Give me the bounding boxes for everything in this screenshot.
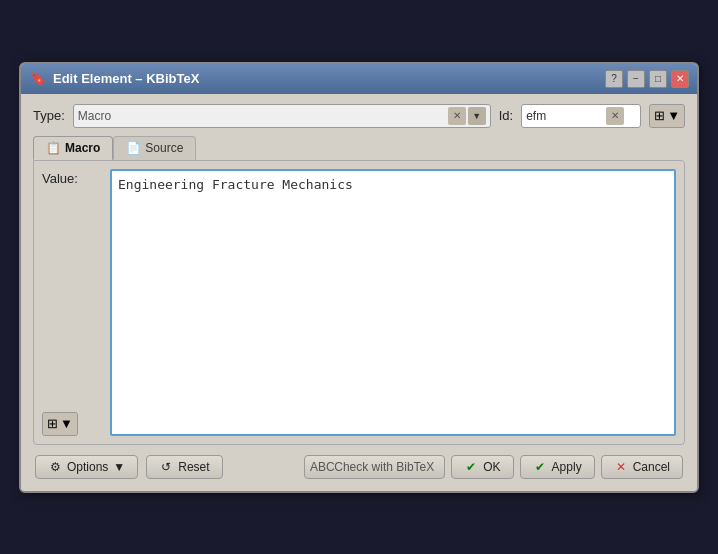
field-type-button[interactable]: ⊞ ▼	[42, 412, 78, 436]
reset-button[interactable]: ↺ Reset	[146, 455, 222, 479]
apply-icon: ✔	[533, 460, 547, 474]
left-panel: Value: ⊞ ▼	[42, 169, 102, 436]
titlebar-controls: ? − □ ✕	[605, 70, 689, 88]
id-input[interactable]	[526, 109, 606, 123]
field-type-icon: ⊞	[47, 416, 58, 431]
filter-button[interactable]: ⊞ ▼	[649, 104, 685, 128]
options-label: Options	[67, 460, 108, 474]
type-clear-button[interactable]: ✕	[448, 107, 466, 125]
maximize-button[interactable]: □	[649, 70, 667, 88]
macro-tab-label: Macro	[65, 141, 100, 155]
main-window: 🔖 Edit Element – KBibTeX ? − □ ✕ Type: ✕…	[19, 62, 699, 493]
bottom-bar: ⚙ Options ▼ ↺ Reset ABC Check with BibTe…	[33, 455, 685, 479]
value-label: Value:	[42, 171, 78, 186]
check-bibtex-icon: ABC	[315, 460, 329, 474]
check-bibtex-button[interactable]: ABC Check with BibTeX	[304, 455, 445, 479]
bottom-left-buttons: ⚙ Options ▼ ↺ Reset	[35, 455, 223, 479]
bottom-right-buttons: ABC Check with BibTeX ✔ OK ✔ Apply ✕ Can…	[304, 455, 683, 479]
options-icon: ⚙	[48, 460, 62, 474]
field-type-arrow: ▼	[60, 416, 73, 431]
main-panel: Value: ⊞ ▼ Engineering Fracture Mechanic…	[33, 160, 685, 445]
ok-icon: ✔	[464, 460, 478, 474]
apply-label: Apply	[552, 460, 582, 474]
titlebar: 🔖 Edit Element – KBibTeX ? − □ ✕	[21, 64, 697, 94]
window-title: Edit Element – KBibTeX	[53, 71, 199, 86]
cancel-icon: ✕	[614, 460, 628, 474]
dialog-content: Type: ✕ ▼ Id: ✕ ⊞ ▼ 📋 Macro 📄	[21, 94, 697, 491]
id-clear-button[interactable]: ✕	[606, 107, 624, 125]
source-tab-label: Source	[145, 141, 183, 155]
ok-label: OK	[483, 460, 500, 474]
cancel-label: Cancel	[633, 460, 670, 474]
cancel-button[interactable]: ✕ Cancel	[601, 455, 683, 479]
tab-source[interactable]: 📄 Source	[113, 136, 196, 160]
value-textarea[interactable]: Engineering Fracture Mechanics	[110, 169, 676, 436]
id-field: ✕	[521, 104, 641, 128]
filter-arrow-icon: ▼	[667, 108, 680, 123]
ok-button[interactable]: ✔ OK	[451, 455, 513, 479]
check-bibtex-label: Check with BibTeX	[334, 460, 434, 474]
source-tab-icon: 📄	[126, 141, 141, 155]
type-dropdown-button[interactable]: ▼	[468, 107, 486, 125]
options-arrow-icon: ▼	[113, 460, 125, 474]
type-combo: ✕ ▼	[73, 104, 491, 128]
minimize-button[interactable]: −	[627, 70, 645, 88]
type-label: Type:	[33, 108, 65, 123]
type-input[interactable]	[78, 109, 448, 123]
tab-macro[interactable]: 📋 Macro	[33, 136, 113, 160]
options-button[interactable]: ⚙ Options ▼	[35, 455, 138, 479]
reset-label: Reset	[178, 460, 209, 474]
tab-bar: 📋 Macro 📄 Source	[33, 136, 685, 160]
close-button[interactable]: ✕	[671, 70, 689, 88]
apply-button[interactable]: ✔ Apply	[520, 455, 595, 479]
id-label: Id:	[499, 108, 513, 123]
reset-icon: ↺	[159, 460, 173, 474]
titlebar-left: 🔖 Edit Element – KBibTeX	[29, 70, 199, 88]
app-icon: 🔖	[29, 70, 47, 88]
help-button[interactable]: ?	[605, 70, 623, 88]
macro-tab-icon: 📋	[46, 141, 61, 155]
top-row: Type: ✕ ▼ Id: ✕ ⊞ ▼	[33, 104, 685, 128]
filter-icon: ⊞	[654, 108, 665, 123]
